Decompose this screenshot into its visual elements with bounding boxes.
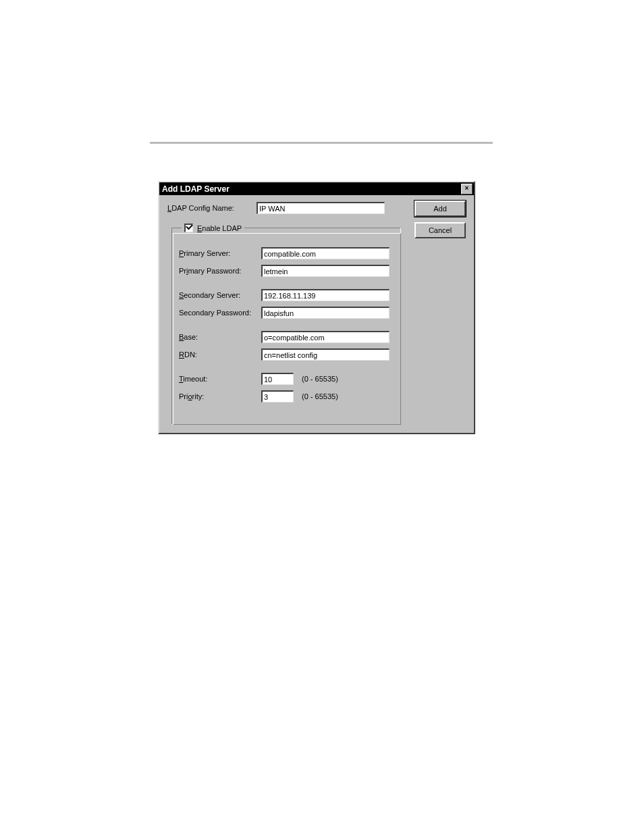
- base-input[interactable]: [261, 331, 390, 343]
- label-priority: Priority:: [179, 392, 261, 400]
- label-config-name: LDAP Config Name:: [167, 204, 257, 212]
- primary-password-input[interactable]: [261, 265, 390, 277]
- dialog-titlebar: Add LDAP Server ×: [159, 182, 474, 195]
- row-primary-password: Primary Password:: [179, 265, 394, 277]
- legend-enable-ldap[interactable]: Enable LDAP: [182, 224, 244, 232]
- label-primary-server: Primary Server:: [179, 249, 261, 257]
- row-rdn: RDN:: [179, 348, 394, 361]
- close-button[interactable]: ×: [461, 184, 473, 194]
- row-timeout: Timeout: (0 - 65535): [179, 373, 394, 385]
- label-secondary-server: Secondary Server:: [179, 291, 261, 299]
- dialog-button-column: Add Cancel: [414, 201, 466, 238]
- label-enable-ldap: Enable LDAP: [197, 224, 242, 232]
- label-secondary-password: Secondary Password:: [179, 309, 261, 317]
- rdn-input[interactable]: [261, 348, 390, 361]
- dialog-title: Add LDAP Server: [162, 184, 230, 194]
- priority-input[interactable]: [261, 390, 294, 402]
- row-primary-server: Primary Server:: [179, 247, 394, 259]
- timeout-range: (0 - 65535): [302, 375, 338, 383]
- timeout-input[interactable]: [261, 373, 294, 385]
- secondary-server-input[interactable]: [261, 289, 390, 301]
- label-rdn: RDN:: [179, 350, 261, 359]
- secondary-password-input[interactable]: [261, 307, 390, 319]
- row-priority: Priority: (0 - 65535): [179, 390, 394, 402]
- cancel-button[interactable]: Cancel: [414, 222, 466, 238]
- add-button[interactable]: Add: [414, 201, 466, 217]
- label-base: Base:: [179, 333, 261, 341]
- row-base: Base:: [179, 331, 394, 343]
- primary-server-input[interactable]: [261, 247, 390, 259]
- row-secondary-password: Secondary Password:: [179, 307, 394, 319]
- label-timeout: Timeout:: [179, 375, 261, 383]
- page-divider: [150, 142, 493, 144]
- row-config-name: LDAP Config Name:: [167, 202, 385, 214]
- enable-ldap-checkbox[interactable]: [184, 224, 193, 232]
- dialog-body: LDAP Config Name: Add Cancel Enable LDAP…: [159, 195, 474, 433]
- dialog-add-ldap-server: Add LDAP Server × LDAP Config Name: Add …: [158, 181, 475, 434]
- group-enable-ldap: Enable LDAP Primary Server: Primary Pass…: [171, 224, 401, 425]
- config-name-input[interactable]: [257, 202, 385, 214]
- row-secondary-server: Secondary Server:: [179, 289, 394, 301]
- label-primary-password: Primary Password:: [179, 267, 261, 275]
- close-icon: ×: [465, 184, 469, 192]
- priority-range: (0 - 65535): [302, 392, 338, 400]
